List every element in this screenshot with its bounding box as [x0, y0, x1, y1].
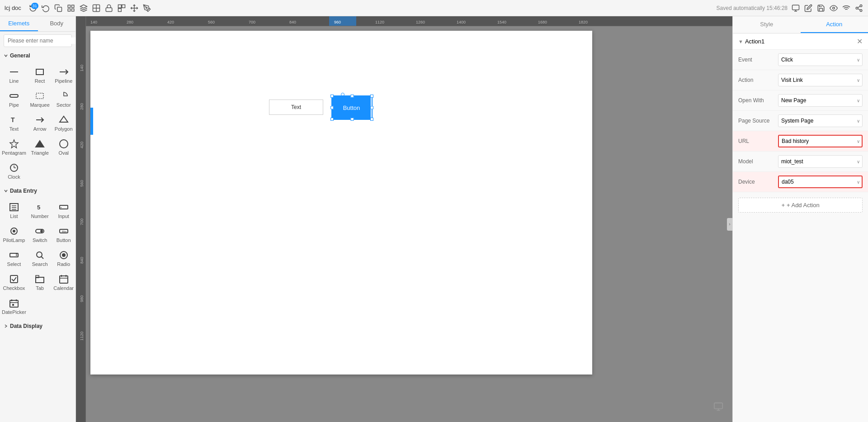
tab-body[interactable]: Body [38, 16, 76, 31]
element-calendar[interactable]: Calendar [52, 270, 75, 294]
tab-elements[interactable]: Elemets [0, 16, 38, 31]
element-pipe[interactable]: Pipe [0, 87, 28, 111]
toolbar-icon-monitor[interactable] [791, 4, 800, 13]
svg-text:T: T [11, 116, 15, 123]
right-collapse-arrow[interactable]: › [727, 218, 732, 231]
form-row-device: Device da05 da06 [733, 172, 868, 192]
element-triangle[interactable]: Triangle [28, 135, 52, 159]
element-datepicker[interactable]: DatePicker [0, 294, 28, 318]
openwith-select[interactable]: New Page Current Page [778, 94, 863, 107]
element-list[interactable]: List [0, 199, 28, 223]
toolbar-icon-copy[interactable] [54, 4, 63, 13]
svg-rect-64 [36, 275, 39, 278]
section-general-label: General [10, 52, 30, 59]
model-select[interactable]: miot_test Option2 [778, 155, 863, 168]
element-select[interactable]: Select [0, 247, 28, 270]
element-pilotlamp[interactable]: PilotLamp [0, 223, 28, 247]
marquee-icon [35, 91, 45, 101]
element-button[interactable]: Btn Button [52, 223, 75, 247]
event-select[interactable]: Click Change Focus [778, 53, 863, 66]
datepicker-icon [9, 298, 19, 308]
toolbar-icon-preview[interactable] [829, 4, 838, 13]
pagesource-select[interactable]: System Page Custom Page [778, 114, 863, 127]
top-bar: lcj doc 31 Saved automatically 15:46:28 [0, 0, 868, 16]
search-input[interactable] [8, 38, 75, 44]
element-oval[interactable]: Oval [52, 135, 75, 159]
toolbar-icon-pen[interactable] [142, 4, 151, 13]
element-line-label: Line [9, 78, 19, 84]
toolbar-icon-grid[interactable] [92, 4, 101, 13]
panel-tabs: Style Action [733, 16, 868, 33]
toolbar-icon-layers[interactable] [79, 4, 88, 13]
model-label: Model [738, 158, 774, 165]
element-input[interactable]: Input [52, 199, 75, 223]
canvas-viewport[interactable]: Text Button [86, 26, 732, 422]
main-layout: Elemets Body General Line [0, 16, 868, 422]
toolbar-icon-save[interactable] [816, 4, 826, 13]
url-select[interactable]: Bad history Option2 [778, 135, 863, 147]
button-widget[interactable]: Button [332, 96, 371, 119]
handle-mr[interactable] [370, 106, 373, 109]
element-switch[interactable]: Switch [28, 223, 52, 247]
text-widget[interactable]: Text [269, 100, 323, 115]
handle-br[interactable] [370, 118, 373, 121]
toolbar-icon-page[interactable] [66, 4, 75, 13]
toolbar-icon-move[interactable] [130, 4, 139, 13]
svg-rect-32 [36, 93, 43, 99]
device-select[interactable]: da05 da06 [778, 175, 863, 188]
action-select[interactable]: Visit Link Set Value [778, 74, 863, 86]
section-data-display[interactable]: Data Display [0, 320, 75, 332]
handle-tr[interactable] [370, 95, 373, 98]
rect-icon [35, 67, 45, 77]
element-clock[interactable]: Clock [0, 159, 28, 183]
element-text[interactable]: T Text [0, 111, 28, 135]
tab-action[interactable]: Action [801, 16, 868, 33]
element-checkbox[interactable]: Checkbox [0, 270, 28, 294]
toolbar-icon-wifi[interactable] [842, 4, 851, 13]
svg-rect-11 [122, 5, 125, 8]
element-polygon[interactable]: Polygon [52, 111, 75, 135]
element-sector[interactable]: Sector [52, 87, 75, 111]
sidebar-tabs: Elemets Body [0, 16, 75, 32]
toolbar-icon-history[interactable]: 31 [28, 4, 38, 13]
list-icon [9, 202, 19, 212]
toolbar-icon-share[interactable] [854, 4, 863, 13]
element-radio[interactable]: Radio [52, 247, 75, 270]
toolbar-icon-group[interactable] [117, 4, 126, 13]
element-search-label: Search [32, 261, 48, 267]
element-marquee[interactable]: Marquee [28, 87, 52, 111]
toolbar-icon-refresh[interactable] [41, 4, 50, 13]
section-general[interactable]: General [0, 50, 75, 62]
svg-text:420: 420 [167, 20, 174, 24]
element-text-label: Text [9, 126, 19, 132]
element-tab[interactable]: Tab [28, 270, 52, 294]
action-close-button[interactable]: ✕ [857, 37, 863, 46]
chevron-down-icon [4, 53, 8, 58]
button-handle-top[interactable] [341, 93, 344, 96]
element-arrow[interactable]: Arrow [28, 111, 52, 135]
pipeline-icon [59, 67, 69, 77]
section-data-entry[interactable]: Data Entry [0, 185, 75, 197]
action-title-chevron: ▼ [738, 39, 743, 44]
toolbar-icon-lock[interactable] [104, 4, 113, 13]
element-tab-label: Tab [36, 285, 44, 291]
element-pentagram[interactable]: Pentagram [0, 135, 28, 159]
toolbar-icon-edit2[interactable] [804, 4, 813, 13]
add-action-button[interactable]: + + Add Action [738, 198, 863, 213]
action-title: ▼ Action1 [738, 38, 764, 45]
element-search[interactable]: Search [28, 247, 52, 270]
svg-text:840: 840 [289, 20, 296, 24]
search-bar[interactable] [4, 34, 72, 47]
canvas-page[interactable]: Text Button [90, 31, 592, 375]
chevron-right-icon [4, 324, 8, 328]
element-switch-label: Switch [33, 237, 47, 243]
element-pipeline[interactable]: Pipeline [52, 63, 75, 87]
element-rect[interactable]: Rect [28, 63, 52, 87]
svg-rect-3 [68, 9, 70, 11]
general-elements-grid: Line Rect Pipeline Pipe [0, 62, 75, 185]
history-badge: 31 [31, 3, 38, 9]
svg-line-25 [858, 6, 860, 7]
tab-style[interactable]: Style [733, 16, 801, 33]
element-number[interactable]: 5 Number [28, 199, 52, 223]
element-line[interactable]: Line [0, 63, 28, 87]
